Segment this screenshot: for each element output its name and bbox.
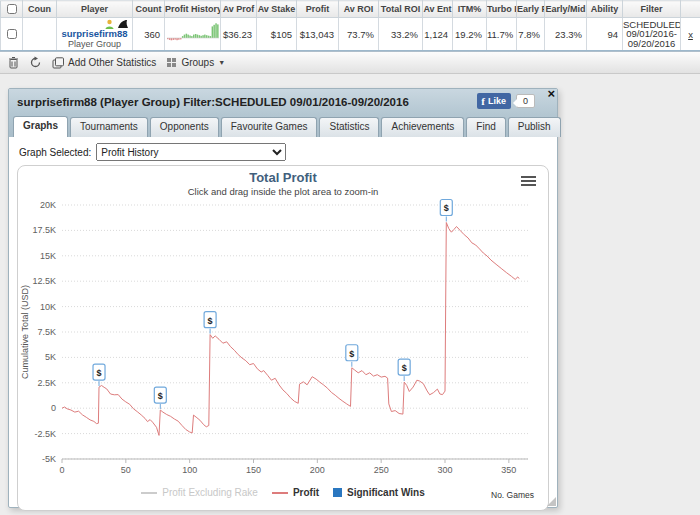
itm-cell: 19.2% <box>453 18 487 51</box>
col-header-early[interactable]: Early F <box>517 1 545 18</box>
legend-item[interactable]: Significant Wins <box>333 487 425 498</box>
groups-icon <box>166 57 177 68</box>
x-axis-title: No. Games <box>491 490 534 500</box>
svg-text:17.5K: 17.5K <box>32 225 56 235</box>
select-all-header <box>1 1 23 18</box>
legend-swatch <box>333 488 342 497</box>
player-type: Player Group <box>57 39 132 49</box>
profit-sparkline <box>167 20 219 46</box>
table-header-row: Coun Player Count Profit History Av Prof… <box>1 1 700 18</box>
chart-plot-area[interactable]: -5K-2.5K02.5K5K7.5K10K12.5K15K17.5K20K05… <box>18 197 542 485</box>
player-cell[interactable]: surprisefirm88 Player Group <box>57 18 133 51</box>
tab-tournaments[interactable]: Tournaments <box>70 117 148 137</box>
facebook-icon: f <box>481 95 485 107</box>
player-badge-icon <box>104 19 115 30</box>
add-other-statistics-button[interactable]: Add Other Statistics <box>52 57 156 69</box>
tab-favourite-games[interactable]: Favourite Games <box>221 117 318 137</box>
shark-icon <box>117 19 129 30</box>
svg-text:5K: 5K <box>45 352 56 362</box>
add-statistics-icon <box>52 57 64 69</box>
svg-text:100: 100 <box>182 465 197 475</box>
svg-text:10K: 10K <box>40 302 56 312</box>
groups-dropdown[interactable]: Groups ▼ <box>166 57 225 68</box>
turbo-cell: 11.7% <box>487 18 517 51</box>
count-cell: 360 <box>133 18 165 51</box>
legend-label: Significant Wins <box>347 487 425 498</box>
total-roi-cell: 33.2% <box>379 18 423 51</box>
row-coun-cell <box>23 18 57 51</box>
col-header-player[interactable]: Player <box>57 1 133 18</box>
svg-text:0: 0 <box>59 465 64 475</box>
trash-icon[interactable] <box>8 56 19 69</box>
facebook-like-button[interactable]: f Like <box>477 93 511 109</box>
col-header-count[interactable]: Count <box>133 1 165 18</box>
row-checkbox[interactable] <box>7 29 17 39</box>
resize-grip[interactable] <box>547 497 556 506</box>
graph-type-select[interactable]: Profit History <box>96 143 286 161</box>
legend-swatch <box>272 492 288 494</box>
panel-header: surprisefirm88 (Player Group) Filter:SCH… <box>9 89 557 114</box>
tab-opponents[interactable]: Opponents <box>150 117 219 137</box>
chart-legend: Profit Excluding RakeProfitSignificant W… <box>18 487 548 498</box>
graph-selected-label: Graph Selected: <box>19 147 91 158</box>
legend-item[interactable]: Profit <box>272 487 319 498</box>
early-mid-cell: 23.3% <box>545 18 587 51</box>
refresh-icon[interactable] <box>29 56 42 69</box>
col-header-coun[interactable]: Coun <box>23 1 57 18</box>
av-stake-cell: $105 <box>257 18 297 51</box>
col-header-early-mid[interactable]: Early/Mid <box>545 1 587 18</box>
tab-statistics[interactable]: Statistics <box>319 117 379 137</box>
svg-text:350: 350 <box>501 465 516 475</box>
av-roi-cell: 73.7% <box>339 18 379 51</box>
svg-text:-2.5K: -2.5K <box>34 429 56 439</box>
av-ent-cell: 1,124 <box>423 18 453 51</box>
col-header-av-stake[interactable]: Av Stake <box>257 1 297 18</box>
player-name[interactable]: surprisefirm88 <box>57 29 132 39</box>
chevron-down-icon: ▼ <box>218 59 225 66</box>
profit-history-cell[interactable] <box>165 18 221 51</box>
remove-row-link[interactable]: x <box>681 18 700 51</box>
chart-title: Total Profit <box>18 170 548 185</box>
svg-text:Cumulative Total (USD): Cumulative Total (USD) <box>20 285 30 379</box>
player-group-panel: surprisefirm88 (Player Group) Filter:SCH… <box>8 88 558 508</box>
panel-title: surprisefirm88 (Player Group) Filter:SCH… <box>17 96 409 108</box>
legend-label: Profit <box>293 487 319 498</box>
svg-text:0: 0 <box>51 403 56 413</box>
col-header-filter[interactable]: Filter <box>623 1 681 18</box>
col-header-remove <box>681 1 700 18</box>
svg-text:300: 300 <box>437 465 452 475</box>
table-toolbar: Add Other Statistics Groups ▼ <box>0 52 700 74</box>
tab-publish[interactable]: Publish <box>508 117 561 137</box>
svg-text:15K: 15K <box>40 251 56 261</box>
tab-graphs[interactable]: Graphs <box>13 116 68 137</box>
col-header-turbo[interactable]: Turbo I <box>487 1 517 18</box>
col-header-ability[interactable]: Ability <box>587 1 623 18</box>
col-header-profit[interactable]: Profit <box>297 1 339 18</box>
chart-menu-icon[interactable] <box>521 174 536 188</box>
svg-text:-5K: -5K <box>42 454 56 464</box>
svg-text:$: $ <box>158 391 163 401</box>
filter-cell: SCHEDULED 09/01/2016- 09/20/2016 <box>623 18 681 51</box>
tab-find[interactable]: Find <box>466 117 505 137</box>
tab-achievements[interactable]: Achievements <box>381 117 464 137</box>
col-header-itm[interactable]: ITM% <box>453 1 487 18</box>
av-prof-cell: $36.23 <box>221 18 257 51</box>
col-header-av-ent[interactable]: Av Ent <box>423 1 453 18</box>
ability-cell: 94 <box>587 18 623 51</box>
svg-text:$: $ <box>349 349 354 359</box>
legend-label: Profit Excluding Rake <box>162 487 258 498</box>
legend-swatch <box>141 492 157 494</box>
legend-item[interactable]: Profit Excluding Rake <box>141 487 258 498</box>
col-header-total-roi[interactable]: Total ROI <box>379 1 423 18</box>
svg-text:$: $ <box>97 368 102 378</box>
col-header-av-roi[interactable]: Av ROI <box>339 1 379 18</box>
profit-chart[interactable]: Total Profit Click and drag inside the p… <box>17 165 549 511</box>
col-header-profit-history[interactable]: Profit History <box>165 1 221 18</box>
svg-text:$: $ <box>402 363 407 373</box>
early-cell: 7.8% <box>517 18 545 51</box>
svg-text:20K: 20K <box>40 200 56 210</box>
tabstrip: Graphs Tournaments Opponents Favourite G… <box>9 114 557 137</box>
close-icon[interactable]: × <box>547 87 555 100</box>
col-header-av-prof[interactable]: Av Prof <box>221 1 257 18</box>
select-all-checkbox[interactable] <box>7 4 17 14</box>
